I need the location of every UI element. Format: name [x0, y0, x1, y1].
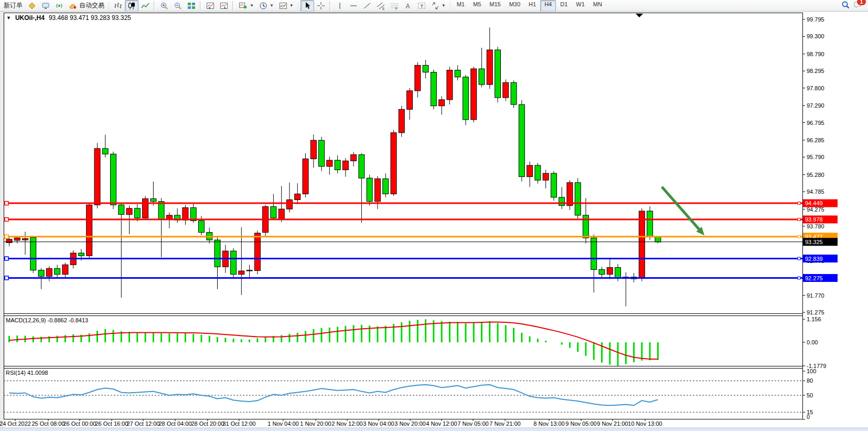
- macd-bar: [201, 335, 202, 342]
- search-icon[interactable]: [841, 0, 850, 11]
- terminal-button[interactable]: [39, 0, 52, 12]
- macd-bar: [377, 327, 378, 342]
- profile-next-button[interactable]: [217, 0, 231, 12]
- toolbar-separator: [200, 1, 202, 10]
- rsi-tick-label: 50: [807, 392, 813, 398]
- timeframe-m1[interactable]: M1: [453, 0, 469, 12]
- fibonacci-button[interactable]: F: [388, 0, 401, 12]
- indicators-button[interactable]: ▼: [236, 0, 256, 12]
- price-tick-label: 99.300: [807, 33, 824, 39]
- bar-chart-icon: [114, 2, 122, 10]
- symbol-period-label: UKOil-,H4: [15, 14, 45, 22]
- price-tick-label: 93.780: [807, 223, 824, 229]
- macd-bar: [65, 335, 66, 342]
- candle: [599, 269, 605, 274]
- symbol-dropdown-icon[interactable]: ▼: [6, 15, 11, 20]
- vertical-line-button[interactable]: [333, 0, 347, 12]
- periods-button[interactable]: ▼: [256, 0, 276, 12]
- macd-bar: [593, 342, 595, 360]
- candle: [575, 183, 581, 215]
- macd-bar: [441, 321, 443, 342]
- macd-bar: [145, 333, 146, 342]
- label-button[interactable]: T: [415, 0, 428, 12]
- time-axis[interactable]: 24 Oct 202225 Oct 08:0026 Oct 00:0026 Oc…: [0, 419, 662, 427]
- candle: [247, 270, 252, 271]
- timeframe-m5[interactable]: M5: [469, 0, 485, 12]
- candle: [391, 133, 397, 194]
- zoom-in-button[interactable]: [157, 0, 171, 12]
- cursor-button[interactable]: [301, 0, 314, 12]
- price-tick-label: 99.795: [807, 16, 824, 23]
- line-chart-button[interactable]: [138, 0, 152, 12]
- bar-chart-button[interactable]: [111, 0, 125, 12]
- candle: [126, 208, 132, 215]
- candlestick-chart-button[interactable]: [125, 0, 138, 12]
- horizontal-line-button[interactable]: [347, 0, 360, 12]
- time-tick-label: 10 Nov 13:00: [628, 421, 662, 427]
- timeframe-m30[interactable]: M30: [505, 0, 524, 12]
- candle: [591, 238, 597, 269]
- auto-trading-button[interactable]: 自动交易: [66, 0, 107, 12]
- time-tick-label: 9 Nov 05:00: [565, 421, 596, 427]
- macd-bar: [97, 331, 98, 342]
- hline-handle[interactable]: [5, 257, 8, 260]
- channel-button[interactable]: E: [374, 0, 388, 12]
- time-tick-label: 31 Oct 12:00: [223, 421, 256, 427]
- macd-bar: [481, 322, 483, 342]
- timeframe-h1[interactable]: H1: [524, 0, 540, 12]
- macd-bar: [265, 337, 266, 342]
- hline-handle[interactable]: [5, 235, 8, 238]
- svg-text:94.449: 94.449: [805, 200, 823, 206]
- bottom-strip: [0, 428, 868, 431]
- toolbar-grip: [449, 2, 452, 10]
- gold-icon-button[interactable]: [25, 0, 39, 12]
- templates-icon: [279, 2, 287, 10]
- time-tick-label: 24 Oct 2022: [0, 421, 31, 427]
- time-tick-label: 28 Oct 20:00: [191, 421, 224, 427]
- macd-bar: [128, 332, 130, 342]
- macd-label: MACD(12,26,9) -0.8862 -0.8413: [6, 317, 88, 323]
- new-order-button[interactable]: 新订单: [1, 0, 25, 12]
- candle: [527, 165, 533, 177]
- candle: [215, 240, 220, 267]
- timeframe-mn[interactable]: MN: [589, 0, 606, 12]
- macd-bar: [529, 337, 531, 342]
- candle: [62, 265, 68, 274]
- macd-bar: [577, 342, 578, 352]
- templates-button[interactable]: ▼: [276, 0, 296, 12]
- macd-bar: [465, 323, 466, 342]
- macd-bar: [361, 325, 362, 342]
- macd-bar: [185, 333, 186, 343]
- candle: [271, 207, 276, 218]
- trendline-button[interactable]: [360, 0, 374, 12]
- svg-text:E: E: [382, 6, 385, 10]
- candle: [94, 149, 100, 205]
- hline-handle[interactable]: [5, 202, 8, 205]
- arrows-button[interactable]: ▼: [428, 0, 448, 12]
- hline-handle[interactable]: [5, 276, 8, 280]
- candle: [55, 269, 60, 275]
- timeframe-w1[interactable]: W1: [572, 0, 589, 12]
- price-tick-label: 95.280: [807, 172, 824, 178]
- timeframe-group: M1M5M15M30H1H4D1W1MN: [453, 0, 606, 12]
- svg-text:F: F: [395, 6, 398, 10]
- chart-canvas[interactable]: 99.79599.30098.79098.29597.80097.29096.7…: [0, 12, 868, 431]
- text-button[interactable]: A: [401, 0, 415, 12]
- signal-button[interactable]: [52, 0, 66, 12]
- channel-icon: E: [377, 2, 385, 10]
- time-tick-label: 28 Oct 04:00: [159, 421, 192, 427]
- text-icon: A: [404, 2, 412, 10]
- timeframe-d1[interactable]: D1: [556, 0, 572, 12]
- hline-handle[interactable]: [5, 218, 8, 222]
- profile-back-button[interactable]: [203, 0, 217, 12]
- zoom-out-button[interactable]: [171, 0, 185, 12]
- timeframe-h4[interactable]: H4: [540, 0, 556, 12]
- macd-bar: [256, 338, 258, 342]
- macd-bar: [297, 333, 298, 342]
- chat-button[interactable]: 1: [853, 1, 863, 10]
- crosshair-button[interactable]: [314, 0, 328, 12]
- tile-windows-button[interactable]: [185, 0, 198, 12]
- time-tick-label: 4 Nov 12:00: [426, 421, 457, 427]
- candle: [335, 160, 340, 170]
- timeframe-m15[interactable]: M15: [485, 0, 505, 12]
